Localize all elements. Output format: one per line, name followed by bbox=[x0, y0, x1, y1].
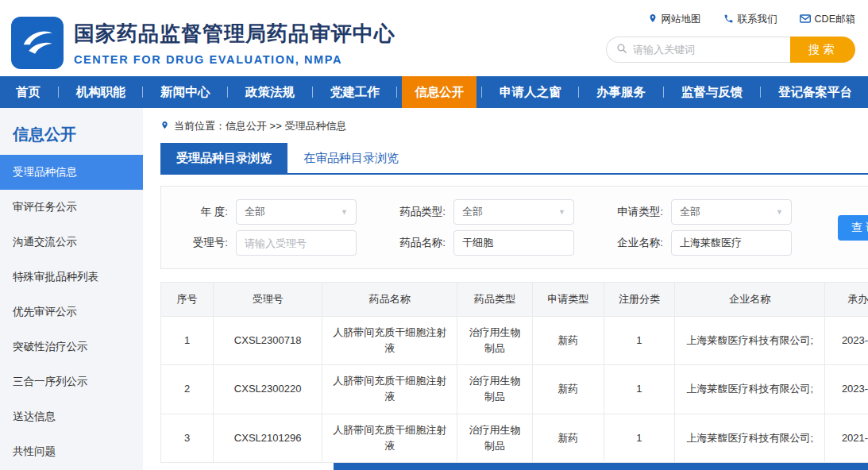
company-filter: 企业名称: bbox=[606, 230, 792, 256]
drug-type-select[interactable]: 全部 ▼ bbox=[453, 199, 574, 225]
header-date: 承办日期 bbox=[825, 283, 868, 317]
year-select[interactable]: 全部 ▼ bbox=[236, 199, 357, 225]
header-drug-name: 药品名称 bbox=[322, 283, 457, 317]
table-row: 2 CXSL2300220 人脐带间充质干细胞注射液 治疗用生物制品 新药 1 … bbox=[161, 365, 868, 414]
table-cell: 新药 bbox=[532, 365, 604, 414]
nav-item-applicant-window[interactable]: 申请人之窗 bbox=[487, 76, 574, 108]
nav-item-policies[interactable]: 政策法规 bbox=[233, 76, 307, 108]
sidebar-item-common-issues[interactable]: 共性问题 bbox=[0, 434, 143, 469]
query-button[interactable]: 查 询 bbox=[838, 215, 868, 241]
nav-separator bbox=[312, 87, 313, 98]
table-cell: 1 bbox=[604, 414, 675, 462]
nav-item-supervision-feedback[interactable]: 监督与反馈 bbox=[669, 76, 756, 108]
site-subtitle: CENTER FOR DRUG EVALUATION, NMPA bbox=[74, 53, 395, 66]
company-input[interactable] bbox=[671, 230, 792, 256]
sidebar-item-breakthrough-therapy[interactable]: 突破性治疗公示 bbox=[0, 329, 143, 364]
table-cell: 上海莱馥医疗科技有限公司; bbox=[675, 317, 825, 365]
nav-item-services[interactable]: 办事服务 bbox=[584, 76, 658, 108]
accept-no-filter: 受理号: bbox=[171, 230, 357, 256]
nav-separator bbox=[663, 87, 664, 98]
filter-row-2: 受理号: 药品名称: 企业名称: bbox=[171, 230, 824, 256]
contact-link-label: 联系我们 bbox=[738, 13, 777, 26]
nav-separator bbox=[227, 87, 228, 98]
cde-logo-icon bbox=[11, 17, 64, 69]
apply-type-select-value: 全部 bbox=[680, 205, 700, 219]
nav-separator bbox=[760, 87, 761, 98]
location-pin-icon bbox=[648, 13, 658, 26]
sidebar-title: 信息公开 bbox=[0, 108, 143, 155]
table-cell: 2023-10-20 bbox=[825, 317, 868, 365]
sidebar: 信息公开 受理品种信息 审评任务公示 沟通交流公示 特殊审批品种列表 优先审评公… bbox=[0, 108, 143, 470]
table-cell: 上海莱馥医疗科技有限公司; bbox=[675, 365, 825, 414]
footer-bar bbox=[334, 463, 868, 470]
search-input[interactable] bbox=[633, 44, 781, 56]
nav-separator bbox=[58, 87, 59, 98]
breadcrumb-text: 当前位置：信息公开 >> 受理品种信息 bbox=[174, 119, 346, 133]
filter-row-1: 年 度: 全部 ▼ 药品类型: 全部 ▼ 申请类 bbox=[171, 199, 824, 225]
apply-type-label: 申请类型: bbox=[606, 205, 663, 219]
chevron-down-icon: ▼ bbox=[558, 208, 565, 216]
drug-type-select-value: 全部 bbox=[462, 205, 483, 219]
cde-mail-link[interactable]: CDE邮箱 bbox=[800, 13, 855, 26]
table-cell: 2023-03-28 bbox=[825, 365, 868, 414]
filter-panel: 年 度: 全部 ▼ 药品类型: 全部 ▼ 申请类 bbox=[160, 186, 868, 269]
sitemap-link[interactable]: 网站地图 bbox=[648, 13, 701, 26]
search-box bbox=[606, 37, 790, 63]
phone-icon bbox=[723, 13, 734, 26]
nav-item-org-functions[interactable]: 机构职能 bbox=[64, 76, 138, 108]
nav-item-info-disclosure[interactable]: 信息公开 bbox=[402, 76, 476, 108]
nav-item-news-center[interactable]: 新闻中心 bbox=[148, 76, 222, 108]
sidebar-item-priority-review[interactable]: 优先审评公示 bbox=[0, 295, 143, 329]
sidebar-item-three-in-one[interactable]: 三合一序列公示 bbox=[0, 364, 143, 399]
table-cell: 2021-09-02 bbox=[825, 414, 868, 462]
apply-type-select[interactable]: 全部 ▼ bbox=[671, 199, 792, 225]
main-content: 当前位置：信息公开 >> 受理品种信息 受理品种目录浏览 在审品种目录浏览 年 … bbox=[143, 108, 868, 470]
drug-type-label: 药品类型: bbox=[388, 205, 446, 219]
search-button[interactable]: 搜索 bbox=[790, 37, 855, 63]
table-cell: 人脐带间充质干细胞注射液 bbox=[322, 365, 457, 414]
nav-separator bbox=[396, 87, 397, 98]
table-cell: 人脐带间充质干细胞注射液 bbox=[322, 317, 457, 365]
table-cell: CXSL2300718 bbox=[214, 317, 322, 365]
breadcrumb: 当前位置：信息公开 >> 受理品种信息 bbox=[160, 119, 868, 133]
sidebar-item-communication[interactable]: 沟通交流公示 bbox=[0, 225, 143, 260]
table-cell: 2 bbox=[161, 365, 214, 414]
year-filter: 年 度: 全部 ▼ bbox=[171, 199, 357, 225]
tab-under-review-catalog[interactable]: 在审品种目录浏览 bbox=[287, 143, 415, 173]
mail-icon bbox=[800, 14, 811, 25]
apply-type-filter: 申请类型: 全部 ▼ bbox=[606, 199, 792, 225]
breadcrumb-pin-icon bbox=[160, 120, 169, 133]
nav-separator bbox=[481, 87, 482, 98]
sidebar-item-accepted-varieties[interactable]: 受理品种信息 bbox=[0, 155, 143, 190]
drug-name-label: 药品名称: bbox=[388, 236, 446, 250]
drug-name-input[interactable] bbox=[453, 230, 574, 256]
table-cell: 人脐带间充质干细胞注射液 bbox=[322, 414, 457, 462]
tab-accepted-catalog[interactable]: 受理品种目录浏览 bbox=[160, 143, 287, 173]
nav-item-home[interactable]: 首页 bbox=[3, 76, 53, 108]
drug-type-filter: 药品类型: 全部 ▼ bbox=[388, 199, 574, 225]
table-cell: 新药 bbox=[532, 317, 604, 365]
page: 国家药品监督管理局药品审评中心 CENTER FOR DRUG EVALUATI… bbox=[0, 0, 868, 470]
table-cell: 1 bbox=[161, 317, 214, 365]
contact-link[interactable]: 联系我们 bbox=[723, 13, 777, 26]
header: 国家药品监督管理局药品审评中心 CENTER FOR DRUG EVALUATI… bbox=[0, 0, 868, 76]
nav-separator bbox=[578, 87, 579, 98]
accept-no-input[interactable] bbox=[236, 230, 357, 256]
drug-name-filter: 药品名称: bbox=[388, 230, 574, 256]
results-table: 序号 受理号 药品名称 药品类型 申请类型 注册分类 企业名称 承办日期 1 C… bbox=[160, 282, 868, 463]
accept-no-label: 受理号: bbox=[171, 236, 228, 250]
sidebar-item-delivery-info[interactable]: 送达信息 bbox=[0, 399, 143, 434]
nav-item-party-building[interactable]: 党建工作 bbox=[318, 76, 392, 108]
site-title: 国家药品监督管理局药品审评中心 bbox=[74, 20, 395, 48]
sidebar-item-special-approval[interactable]: 特殊审批品种列表 bbox=[0, 260, 143, 295]
quick-links: 网站地图 联系我们 CDE邮箱 bbox=[648, 13, 855, 26]
table-cell: 治疗用生物制品 bbox=[457, 317, 533, 365]
sidebar-item-review-tasks[interactable]: 审评任务公示 bbox=[0, 190, 143, 225]
site-titles: 国家药品监督管理局药品审评中心 CENTER FOR DRUG EVALUATI… bbox=[74, 20, 395, 66]
search-icon bbox=[616, 43, 627, 57]
nav-separator bbox=[142, 87, 143, 98]
nav-item-registration-platform[interactable]: 登记备案平台 bbox=[766, 76, 865, 108]
header-apply-type: 申请类型 bbox=[532, 283, 604, 317]
header-company: 企业名称 bbox=[675, 283, 825, 317]
chevron-down-icon: ▼ bbox=[776, 208, 783, 216]
